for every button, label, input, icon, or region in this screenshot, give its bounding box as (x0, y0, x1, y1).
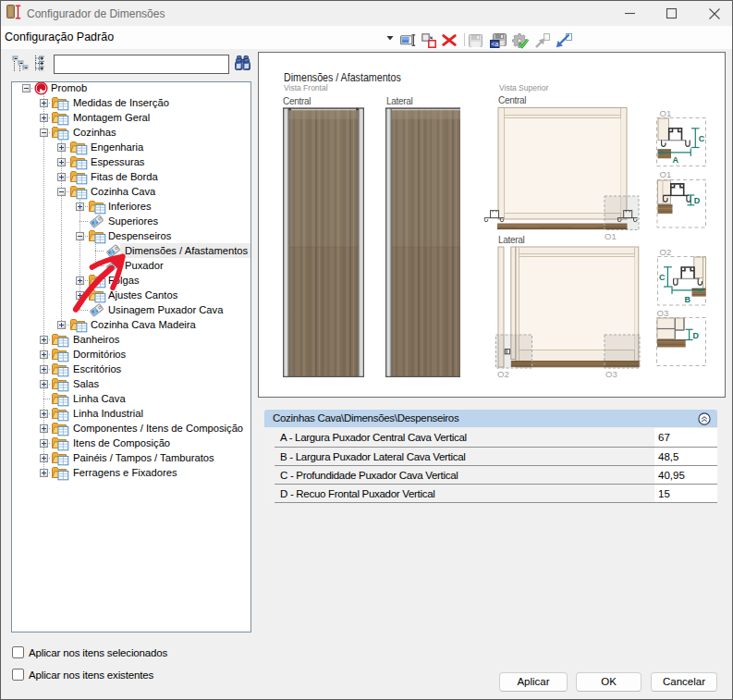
svg-text:B: B (685, 295, 691, 304)
svg-text:O2: O2 (497, 369, 509, 379)
svg-text:D: D (693, 331, 700, 340)
svg-text:O3: O3 (605, 369, 617, 379)
svg-text:O1: O1 (660, 108, 672, 118)
svg-text:O3: O3 (657, 308, 669, 318)
svg-text:C: C (659, 273, 666, 282)
svg-text:C: C (699, 134, 705, 143)
svg-text:D: D (694, 196, 701, 205)
svg-text:O1: O1 (660, 169, 672, 179)
svg-text:A: A (673, 155, 679, 165)
svg-text:O1: O1 (605, 231, 617, 241)
svg-text:<a: <a (491, 41, 498, 47)
svg-text:O2: O2 (660, 247, 672, 257)
